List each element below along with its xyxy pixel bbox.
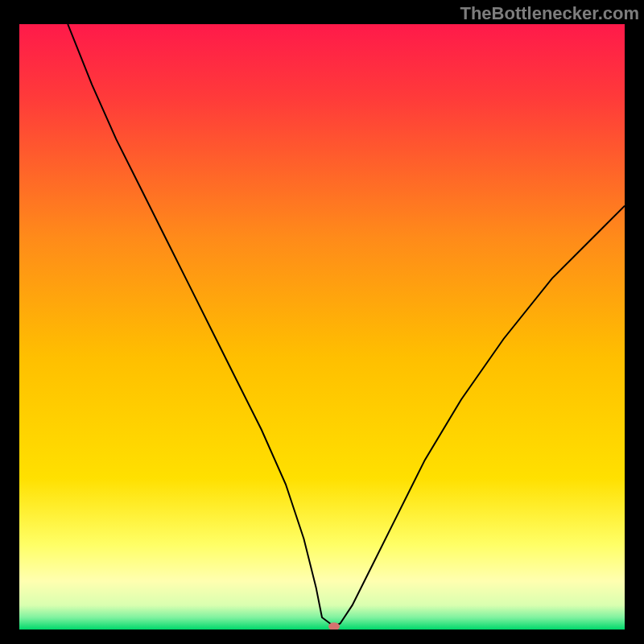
gradient-background	[19, 24, 625, 630]
plot-area	[19, 24, 625, 630]
chart-frame: TheBottlenecker.com	[0, 0, 644, 644]
chart-svg	[19, 24, 625, 630]
attribution-label: TheBottlenecker.com	[460, 3, 639, 24]
